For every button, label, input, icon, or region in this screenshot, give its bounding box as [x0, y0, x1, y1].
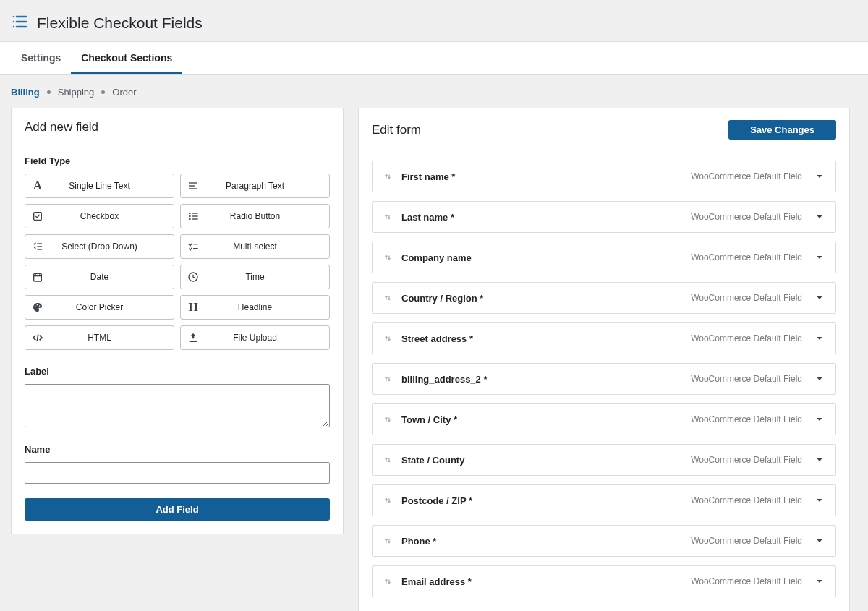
svg-rect-15	[192, 218, 198, 219]
tab-checkout-sections[interactable]: Checkout Sections	[71, 42, 182, 74]
fieldtype-date[interactable]: Date	[25, 265, 174, 289]
paragraph-icon	[181, 180, 205, 192]
fieldtype-label: Paragraph Text	[205, 181, 329, 191]
fieldtype-radio[interactable]: Radio Button	[180, 204, 330, 228]
drag-handle-icon[interactable]	[381, 414, 394, 424]
field-row[interactable]: Country / Region *WooCommerce Default Fi…	[372, 282, 836, 314]
field-row[interactable]: State / CountyWooCommerce Default Field	[372, 444, 836, 476]
expand-toggle-icon[interactable]	[812, 210, 827, 224]
svg-rect-17	[37, 246, 42, 247]
field-row-badge: WooCommerce Default Field	[691, 333, 802, 343]
field-row[interactable]: Town / City *WooCommerce Default Field	[372, 403, 836, 435]
expand-toggle-icon[interactable]	[812, 412, 827, 427]
nav-tabs: Settings Checkout Sections	[0, 41, 868, 75]
add-field-button[interactable]: Add Field	[25, 498, 330, 521]
svg-rect-6	[189, 182, 197, 183]
field-row-badge: WooCommerce Default Field	[691, 252, 802, 262]
expand-toggle-icon[interactable]	[812, 250, 827, 265]
svg-point-26	[35, 306, 36, 307]
expand-toggle-icon[interactable]	[812, 169, 827, 184]
field-row-badge: WooCommerce Default Field	[691, 414, 802, 424]
field-row-label: Town / City *	[394, 414, 691, 425]
fieldtype-checkbox[interactable]: Checkbox	[25, 204, 174, 228]
expand-toggle-icon[interactable]	[812, 372, 827, 386]
expand-toggle-icon[interactable]	[812, 291, 827, 305]
drag-handle-icon[interactable]	[381, 576, 394, 586]
name-input[interactable]	[25, 462, 330, 484]
fieldtype-label: Single Line Text	[50, 181, 174, 191]
field-row-label: Street address *	[394, 333, 691, 344]
expand-toggle-icon[interactable]	[812, 534, 827, 548]
edit-panel-title: Edit form	[372, 123, 421, 137]
fieldtype-label: File Upload	[205, 333, 329, 343]
field-row[interactable]: Postcode / ZIP *WooCommerce Default Fiel…	[372, 484, 836, 516]
fieldtype-select[interactable]: Select (Drop Down)	[25, 234, 174, 259]
field-row-badge: WooCommerce Default Field	[691, 374, 802, 384]
label-field-label: Label	[25, 366, 330, 377]
subnav-billing[interactable]: Billing	[11, 87, 40, 98]
fieldtype-label: Color Picker	[50, 302, 174, 312]
field-row[interactable]: Email address *WooCommerce Default Field	[372, 565, 836, 597]
field-row-badge: WooCommerce Default Field	[691, 293, 802, 303]
svg-point-12	[189, 215, 191, 218]
svg-marker-33	[817, 256, 822, 259]
color-icon	[25, 302, 50, 313]
fieldtype-single-line-text[interactable]: A Single Line Text	[25, 174, 174, 198]
fieldtype-multiselect[interactable]: Multi-select	[180, 234, 330, 259]
field-row-label: Email address *	[394, 576, 691, 587]
field-row-label: Last name *	[394, 212, 691, 223]
field-type-label: Field Type	[25, 155, 330, 166]
svg-rect-19	[193, 244, 198, 244]
page-title: Flexible Checkout Fields	[37, 14, 203, 32]
fieldtype-headline[interactable]: H Headline	[180, 295, 330, 320]
svg-line-29	[37, 334, 38, 341]
field-row[interactable]: Street address *WooCommerce Default Fiel…	[372, 322, 836, 354]
expand-toggle-icon[interactable]	[812, 453, 827, 467]
drag-handle-icon[interactable]	[381, 374, 394, 384]
svg-rect-11	[192, 213, 198, 213]
drag-handle-icon[interactable]	[381, 455, 394, 465]
text-icon: A	[25, 179, 50, 193]
subnav-order[interactable]: Order	[112, 87, 136, 98]
fieldtype-label: Checkbox	[50, 211, 174, 221]
fieldtype-label: Multi-select	[205, 242, 329, 252]
tab-settings[interactable]: Settings	[11, 42, 71, 74]
fieldtype-upload[interactable]: File Upload	[180, 325, 330, 350]
fieldtype-paragraph-text[interactable]: Paragraph Text	[180, 174, 330, 198]
field-row[interactable]: First name *WooCommerce Default Field	[372, 161, 836, 192]
field-row-badge: WooCommerce Default Field	[691, 212, 802, 222]
save-changes-top-button[interactable]: Save Changes	[728, 120, 836, 140]
drag-handle-icon[interactable]	[381, 333, 394, 343]
label-input[interactable]	[25, 384, 330, 427]
field-row-label: Country / Region *	[394, 293, 691, 304]
subnav-shipping[interactable]: Shipping	[58, 87, 95, 98]
drag-handle-icon[interactable]	[381, 252, 394, 262]
subnav-sep-icon	[47, 90, 51, 94]
fieldtype-color[interactable]: Color Picker	[25, 295, 174, 320]
fieldtype-label: Time	[205, 272, 329, 282]
fieldtype-html[interactable]: HTML	[25, 325, 174, 350]
drag-handle-icon[interactable]	[381, 293, 394, 303]
drag-handle-icon[interactable]	[381, 495, 394, 505]
svg-rect-7	[189, 185, 195, 186]
expand-toggle-icon[interactable]	[812, 493, 827, 508]
fieldtype-time[interactable]: Time	[180, 265, 330, 289]
field-row[interactable]: billing_address_2 *WooCommerce Default F…	[372, 363, 836, 395]
field-row[interactable]: Company nameWooCommerce Default Field	[372, 242, 836, 273]
field-row[interactable]: Last name *WooCommerce Default Field	[372, 201, 836, 233]
app-logo-icon	[11, 13, 28, 33]
expand-toggle-icon[interactable]	[812, 331, 827, 346]
expand-toggle-icon[interactable]	[812, 574, 827, 589]
fieldtype-label: HTML	[50, 333, 174, 343]
field-row[interactable]: Phone *WooCommerce Default Field	[372, 525, 836, 557]
drag-handle-icon[interactable]	[381, 212, 394, 222]
svg-marker-36	[817, 377, 822, 380]
drag-handle-icon[interactable]	[381, 536, 394, 546]
svg-marker-39	[817, 499, 822, 502]
svg-rect-16	[37, 243, 42, 244]
drag-handle-icon[interactable]	[381, 171, 394, 181]
field-row-label: Postcode / ZIP *	[394, 495, 691, 506]
add-new-field-panel: Add new field Field Type A Single Line T…	[11, 108, 344, 534]
edit-form-panel: Edit form Save Changes First name *WooCo…	[358, 108, 850, 611]
svg-point-10	[189, 213, 191, 215]
